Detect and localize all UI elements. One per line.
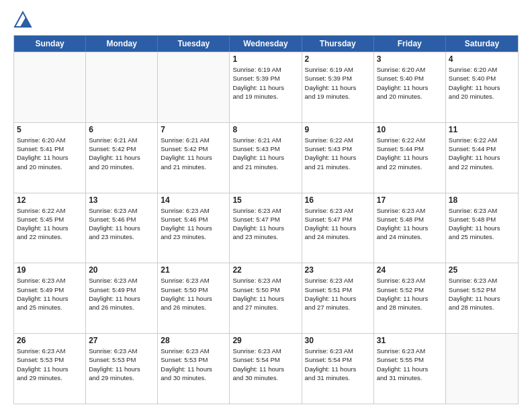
day-number: 3 xyxy=(377,54,443,64)
day-number: 4 xyxy=(449,54,515,64)
header-day-friday: Friday xyxy=(374,36,446,52)
day-number: 20 xyxy=(89,265,154,275)
day-number: 9 xyxy=(305,125,371,134)
cell-info: Sunrise: 6:19 AM Sunset: 5:39 PM Dayligh… xyxy=(305,65,371,101)
calendar-row-4: 26Sunrise: 6:23 AM Sunset: 5:53 PM Dayli… xyxy=(14,333,518,404)
table-row: 2Sunrise: 6:19 AM Sunset: 5:39 PM Daylig… xyxy=(302,52,374,122)
calendar-row-0: 1Sunrise: 6:19 AM Sunset: 5:39 PM Daylig… xyxy=(14,52,518,122)
table-row: 22Sunrise: 6:23 AM Sunset: 5:50 PM Dayli… xyxy=(230,263,302,333)
cell-info: Sunrise: 6:23 AM Sunset: 5:51 PM Dayligh… xyxy=(305,276,371,312)
cell-info: Sunrise: 6:23 AM Sunset: 5:52 PM Dayligh… xyxy=(377,276,443,312)
calendar-row-1: 5Sunrise: 6:20 AM Sunset: 5:41 PM Daylig… xyxy=(14,122,518,193)
table-row xyxy=(446,334,518,404)
cell-info: Sunrise: 6:23 AM Sunset: 5:55 PM Dayligh… xyxy=(377,347,443,382)
table-row xyxy=(14,52,86,122)
cell-info: Sunrise: 6:23 AM Sunset: 5:52 PM Dayligh… xyxy=(449,276,515,312)
table-row: 13Sunrise: 6:23 AM Sunset: 5:46 PM Dayli… xyxy=(86,193,158,263)
table-row: 24Sunrise: 6:23 AM Sunset: 5:52 PM Dayli… xyxy=(374,263,446,333)
day-number: 23 xyxy=(305,265,371,275)
header-day-tuesday: Tuesday xyxy=(158,36,230,52)
cell-info: Sunrise: 6:23 AM Sunset: 5:53 PM Dayligh… xyxy=(17,347,83,382)
day-number: 17 xyxy=(377,195,443,205)
calendar-body: 1Sunrise: 6:19 AM Sunset: 5:39 PM Daylig… xyxy=(14,52,518,404)
table-row: 31Sunrise: 6:23 AM Sunset: 5:55 PM Dayli… xyxy=(374,334,446,404)
header-day-thursday: Thursday xyxy=(302,36,374,52)
cell-info: Sunrise: 6:22 AM Sunset: 5:44 PM Dayligh… xyxy=(377,136,443,171)
header-day-wednesday: Wednesday xyxy=(230,36,302,52)
day-number: 7 xyxy=(161,125,226,134)
table-row: 7Sunrise: 6:21 AM Sunset: 5:42 PM Daylig… xyxy=(158,123,230,193)
cell-info: Sunrise: 6:20 AM Sunset: 5:40 PM Dayligh… xyxy=(377,65,443,101)
table-row: 29Sunrise: 6:23 AM Sunset: 5:54 PM Dayli… xyxy=(230,334,302,404)
page: SundayMondayTuesdayWednesdayThursdayFrid… xyxy=(0,0,532,411)
table-row xyxy=(158,52,230,122)
header xyxy=(13,11,519,30)
calendar: SundayMondayTuesdayWednesdayThursdayFrid… xyxy=(13,35,519,404)
table-row: 12Sunrise: 6:22 AM Sunset: 5:45 PM Dayli… xyxy=(14,193,86,263)
calendar-row-3: 19Sunrise: 6:23 AM Sunset: 5:49 PM Dayli… xyxy=(14,263,518,333)
table-row: 1Sunrise: 6:19 AM Sunset: 5:39 PM Daylig… xyxy=(230,52,302,122)
cell-info: Sunrise: 6:23 AM Sunset: 5:50 PM Dayligh… xyxy=(232,276,298,312)
table-row: 23Sunrise: 6:23 AM Sunset: 5:51 PM Dayli… xyxy=(302,263,374,333)
table-row: 9Sunrise: 6:22 AM Sunset: 5:43 PM Daylig… xyxy=(302,123,374,193)
day-number: 2 xyxy=(305,54,371,64)
day-number: 30 xyxy=(305,336,371,345)
table-row: 17Sunrise: 6:23 AM Sunset: 5:48 PM Dayli… xyxy=(374,193,446,263)
table-row: 10Sunrise: 6:22 AM Sunset: 5:44 PM Dayli… xyxy=(374,123,446,193)
cell-info: Sunrise: 6:22 AM Sunset: 5:43 PM Dayligh… xyxy=(305,136,371,171)
cell-info: Sunrise: 6:20 AM Sunset: 5:40 PM Dayligh… xyxy=(449,65,515,101)
cell-info: Sunrise: 6:23 AM Sunset: 5:53 PM Dayligh… xyxy=(89,347,154,382)
table-row: 26Sunrise: 6:23 AM Sunset: 5:53 PM Dayli… xyxy=(14,334,86,404)
cell-info: Sunrise: 6:21 AM Sunset: 5:42 PM Dayligh… xyxy=(161,136,226,171)
day-number: 21 xyxy=(161,265,226,275)
cell-info: Sunrise: 6:22 AM Sunset: 5:45 PM Dayligh… xyxy=(17,206,83,242)
table-row: 20Sunrise: 6:23 AM Sunset: 5:49 PM Dayli… xyxy=(86,263,158,333)
table-row xyxy=(86,52,158,122)
table-row: 18Sunrise: 6:23 AM Sunset: 5:48 PM Dayli… xyxy=(446,193,518,263)
table-row: 3Sunrise: 6:20 AM Sunset: 5:40 PM Daylig… xyxy=(374,52,446,122)
table-row: 19Sunrise: 6:23 AM Sunset: 5:49 PM Dayli… xyxy=(14,263,86,333)
table-row: 14Sunrise: 6:23 AM Sunset: 5:46 PM Dayli… xyxy=(158,193,230,263)
table-row: 21Sunrise: 6:23 AM Sunset: 5:50 PM Dayli… xyxy=(158,263,230,333)
cell-info: Sunrise: 6:22 AM Sunset: 5:44 PM Dayligh… xyxy=(449,136,515,171)
day-number: 10 xyxy=(377,125,443,134)
header-day-saturday: Saturday xyxy=(446,36,518,52)
cell-info: Sunrise: 6:23 AM Sunset: 5:54 PM Dayligh… xyxy=(232,347,298,382)
day-number: 24 xyxy=(377,265,443,275)
table-row: 8Sunrise: 6:21 AM Sunset: 5:43 PM Daylig… xyxy=(230,123,302,193)
cell-info: Sunrise: 6:23 AM Sunset: 5:49 PM Dayligh… xyxy=(89,276,154,312)
table-row: 4Sunrise: 6:20 AM Sunset: 5:40 PM Daylig… xyxy=(446,52,518,122)
table-row: 28Sunrise: 6:23 AM Sunset: 5:53 PM Dayli… xyxy=(158,334,230,404)
calendar-row-2: 12Sunrise: 6:22 AM Sunset: 5:45 PM Dayli… xyxy=(14,193,518,263)
calendar-header-row: SundayMondayTuesdayWednesdayThursdayFrid… xyxy=(14,36,518,52)
day-number: 8 xyxy=(232,125,298,134)
cell-info: Sunrise: 6:23 AM Sunset: 5:54 PM Dayligh… xyxy=(305,347,371,382)
logo-icon xyxy=(13,11,32,30)
cell-info: Sunrise: 6:23 AM Sunset: 5:46 PM Dayligh… xyxy=(89,206,154,242)
table-row: 6Sunrise: 6:21 AM Sunset: 5:42 PM Daylig… xyxy=(86,123,158,193)
cell-info: Sunrise: 6:23 AM Sunset: 5:49 PM Dayligh… xyxy=(17,276,83,312)
table-row: 30Sunrise: 6:23 AM Sunset: 5:54 PM Dayli… xyxy=(302,334,374,404)
table-row: 15Sunrise: 6:23 AM Sunset: 5:47 PM Dayli… xyxy=(230,193,302,263)
day-number: 6 xyxy=(89,125,154,134)
table-row: 11Sunrise: 6:22 AM Sunset: 5:44 PM Dayli… xyxy=(446,123,518,193)
day-number: 15 xyxy=(232,195,298,205)
cell-info: Sunrise: 6:20 AM Sunset: 5:41 PM Dayligh… xyxy=(17,136,83,171)
day-number: 31 xyxy=(377,336,443,345)
day-number: 16 xyxy=(305,195,371,205)
cell-info: Sunrise: 6:23 AM Sunset: 5:46 PM Dayligh… xyxy=(161,206,226,242)
cell-info: Sunrise: 6:21 AM Sunset: 5:42 PM Dayligh… xyxy=(89,136,154,171)
day-number: 22 xyxy=(232,265,298,275)
header-day-monday: Monday xyxy=(86,36,158,52)
day-number: 25 xyxy=(449,265,515,275)
day-number: 12 xyxy=(17,195,83,205)
day-number: 29 xyxy=(232,336,298,345)
cell-info: Sunrise: 6:23 AM Sunset: 5:50 PM Dayligh… xyxy=(161,276,226,312)
cell-info: Sunrise: 6:21 AM Sunset: 5:43 PM Dayligh… xyxy=(232,136,298,171)
day-number: 19 xyxy=(17,265,83,275)
day-number: 5 xyxy=(17,125,83,134)
svg-marker-1 xyxy=(20,17,31,27)
day-number: 18 xyxy=(449,195,515,205)
cell-info: Sunrise: 6:19 AM Sunset: 5:39 PM Dayligh… xyxy=(232,65,298,101)
day-number: 27 xyxy=(89,336,154,345)
